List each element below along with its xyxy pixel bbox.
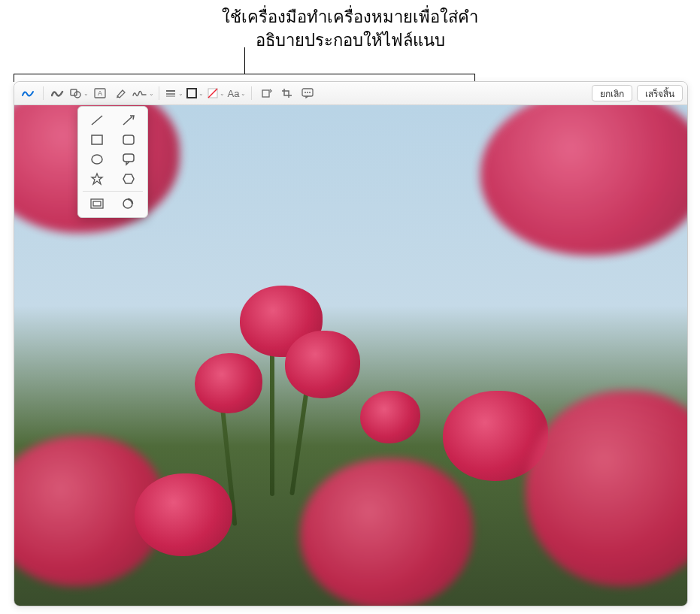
flower-decor <box>135 473 232 556</box>
shapes-tool[interactable]: ⌄ <box>69 85 89 101</box>
svg-rect-22 <box>93 201 101 206</box>
svg-point-14 <box>309 92 311 93</box>
flower-decor <box>285 331 360 398</box>
svg-point-1 <box>74 92 80 98</box>
shape-line[interactable] <box>86 111 108 129</box>
flower-decor <box>526 391 687 586</box>
shape-loupe[interactable] <box>117 195 140 213</box>
shape-speech-bubble[interactable] <box>117 150 140 168</box>
rotate-tool[interactable] <box>256 85 276 101</box>
text-tool[interactable]: A <box>90 85 110 101</box>
markup-toolbar: ⌄ A ⌄ ⌄ ⌄ ⌄ <box>14 82 687 105</box>
svg-point-13 <box>307 92 308 93</box>
markup-window: ⌄ A ⌄ ⌄ ⌄ ⌄ <box>14 81 688 606</box>
svg-rect-20 <box>123 154 134 162</box>
crop-tool[interactable] <box>277 85 297 101</box>
shape-hexagon[interactable] <box>117 170 140 188</box>
svg-line-16 <box>123 116 132 125</box>
svg-line-15 <box>92 116 102 125</box>
shape-square[interactable] <box>86 131 108 149</box>
draw-tool[interactable] <box>48 85 68 101</box>
svg-rect-7 <box>187 89 196 98</box>
flower-decor <box>480 105 687 256</box>
done-button[interactable]: เสร็จสิ้น <box>637 85 683 101</box>
shape-star[interactable] <box>86 170 108 188</box>
highlight-tool[interactable] <box>111 85 131 101</box>
svg-rect-17 <box>92 135 102 144</box>
svg-rect-18 <box>123 135 134 144</box>
svg-text:A: A <box>98 89 102 97</box>
border-color-tool[interactable]: ⌄ <box>185 85 205 101</box>
shape-mask[interactable] <box>86 195 108 213</box>
sign-tool[interactable]: ⌄ <box>132 85 154 101</box>
svg-point-12 <box>305 92 306 93</box>
image-description-tool[interactable] <box>298 85 318 101</box>
flower-decor <box>360 391 420 443</box>
cancel-button[interactable]: ยกเลิก <box>592 85 632 101</box>
fill-color-tool[interactable]: ⌄ <box>206 85 226 101</box>
shape-circle[interactable] <box>86 150 108 168</box>
shape-rounded-square[interactable] <box>117 131 140 149</box>
flower-decor <box>195 353 262 413</box>
shapes-popover <box>77 106 148 218</box>
text-style-tool[interactable]: Aa ⌄ <box>227 85 247 101</box>
callout-line1: ใช้เครื่องมือทำเครื่องหมายเพื่อใส่คำ <box>0 6 700 29</box>
svg-rect-10 <box>262 90 269 97</box>
svg-point-19 <box>92 155 102 164</box>
callout-annotation: ใช้เครื่องมือทำเครื่องหมายเพื่อใส่คำ อธิ… <box>0 6 700 53</box>
shape-style-tool[interactable]: ⌄ <box>164 85 183 101</box>
shape-arrow[interactable] <box>117 111 140 129</box>
flower-decor <box>300 458 473 606</box>
sketch-tool[interactable] <box>19 85 38 101</box>
callout-line2: อธิบายประกอบให้ไฟล์แนบ <box>0 29 700 53</box>
